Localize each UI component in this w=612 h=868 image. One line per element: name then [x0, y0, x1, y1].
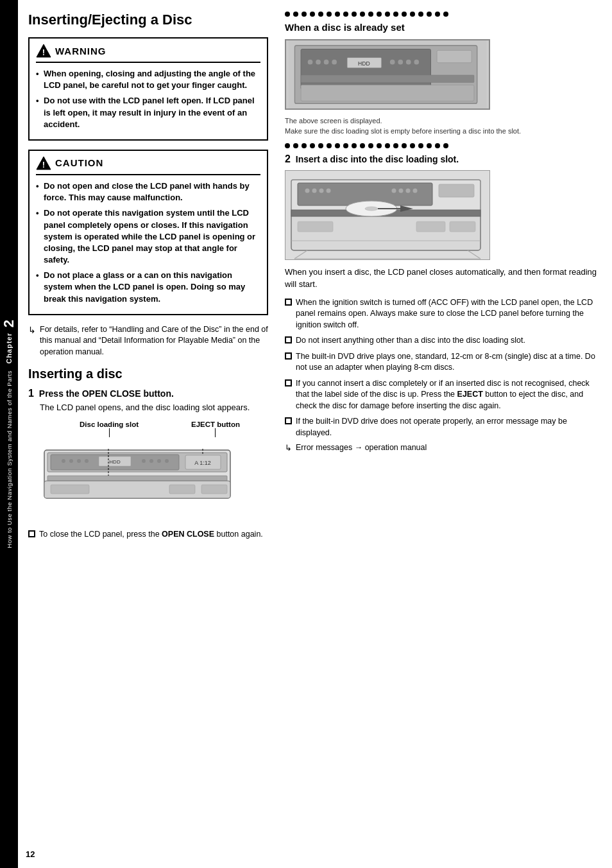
- step-2-header: 2 Insert a disc into the disc loading sl…: [285, 153, 600, 165]
- checkbox-icon-1: [28, 530, 35, 537]
- screen-image: HDD: [285, 39, 490, 110]
- top-dots-divider: [285, 12, 600, 17]
- svg-point-29: [308, 60, 313, 65]
- svg-point-52: [312, 188, 317, 193]
- svg-rect-21: [51, 485, 89, 494]
- svg-point-35: [390, 60, 395, 65]
- note-item-5: If the built-in DVD drive does not opera…: [285, 416, 600, 438]
- ref-arrow-icon: ↳: [28, 324, 36, 358]
- mid-dots-divider: [285, 143, 600, 148]
- ref-note-text: For details, refer to “Handling and Care…: [40, 324, 268, 358]
- notes-list: When the ignition switch is turned off (…: [285, 297, 600, 439]
- step-1-body: The LCD panel opens, and the disc loadin…: [40, 402, 268, 413]
- svg-rect-61: [450, 221, 475, 232]
- chapter-label: Chapter: [5, 333, 13, 364]
- warning-list: When opening, closing and adjusting the …: [36, 68, 260, 130]
- main-content: Inserting/Ejecting a Disc ! WARNING When…: [18, 0, 612, 868]
- checkbox-icon-note-1: [285, 299, 292, 306]
- svg-rect-60: [416, 221, 445, 232]
- step-2-title: Insert a disc into the disc loading slot…: [296, 154, 459, 164]
- svg-point-12: [85, 459, 89, 463]
- eject-btn-label: EJECT button: [191, 421, 240, 428]
- note-item-2: Do not insert anything other than a disc…: [285, 335, 600, 347]
- svg-point-47: [365, 207, 378, 211]
- note-text-5: If the built-in DVD drive does not opera…: [296, 416, 600, 438]
- page-title: Inserting/Ejecting a Disc: [28, 12, 268, 28]
- caution-item-3: Do not place a glass or a can on this na…: [36, 270, 260, 305]
- step-1-header: 1 Press the OPEN CLOSE button.: [28, 388, 268, 399]
- svg-text:HDD: HDD: [358, 60, 370, 67]
- final-ref-text: Error messages → operation manual: [296, 443, 427, 453]
- device-illustration: HDD A 1:12: [41, 437, 240, 521]
- checkbox-icon-note-2: [285, 336, 292, 343]
- svg-text:A 1:12: A 1:12: [194, 460, 211, 466]
- note-text-1: When the ignition switch is turned off (…: [296, 297, 600, 331]
- subsection-title-disc-set: When a disc is already set: [285, 22, 600, 33]
- svg-point-54: [327, 188, 331, 193]
- ref-note: ↳ For details, refer to “Handling and Ca…: [28, 324, 268, 358]
- note-item-3: The built-in DVD drive plays one, standa…: [285, 351, 600, 374]
- sidebar-long-text: How to Use the Navigation System and Nam…: [6, 370, 13, 548]
- svg-point-38: [414, 60, 419, 65]
- final-ref-arrow-icon: ↳: [285, 443, 292, 453]
- device-image-area: Disc loading slot EJECT button: [41, 421, 246, 523]
- svg-point-9: [62, 459, 65, 463]
- warning-triangle-icon: !: [36, 44, 51, 58]
- step-1-num: 1: [28, 388, 34, 399]
- warning-box: ! WARNING When opening, closing and adju…: [28, 37, 268, 141]
- caution-list: Do not open and close the LCD panel with…: [36, 180, 260, 305]
- svg-rect-39: [437, 50, 472, 62]
- right-column: When a disc is already set HDD: [278, 12, 600, 856]
- page-number: 12: [26, 849, 35, 859]
- caution-box: ! CAUTION Do not open and close the LCD …: [28, 150, 268, 315]
- svg-point-13: [142, 459, 146, 463]
- svg-point-10: [69, 459, 73, 463]
- svg-point-15: [157, 459, 161, 463]
- svg-point-57: [406, 188, 411, 193]
- warning-item-1: When opening, closing and adjusting the …: [36, 68, 260, 91]
- step-1: 1 Press the OPEN CLOSE button. The LCD p…: [28, 388, 268, 540]
- caution-item-2: Do not operate this navigation system un…: [36, 207, 260, 266]
- screen-description: The above screen is displayed. Make sure…: [285, 116, 600, 137]
- warning-title: WARNING: [55, 46, 106, 56]
- step-1-checkbox-note: To close the LCD panel, press the OPEN C…: [28, 529, 268, 541]
- checkbox-icon-note-4: [285, 379, 292, 386]
- checkbox-icon-note-3: [285, 352, 292, 360]
- left-column: Inserting/Ejecting a Disc ! WARNING When…: [28, 12, 278, 856]
- svg-rect-41: [301, 85, 474, 101]
- warning-item-2: Do not use with the LCD panel left open.…: [36, 95, 260, 130]
- svg-rect-59: [298, 221, 333, 232]
- caution-header: ! CAUTION: [36, 156, 260, 175]
- svg-point-51: [305, 188, 310, 193]
- note-text-2: Do not insert anything other than a disc…: [296, 335, 525, 347]
- svg-point-55: [392, 188, 396, 193]
- svg-point-31: [324, 60, 329, 65]
- section-title-inserting: Inserting a disc: [28, 367, 268, 381]
- svg-point-14: [149, 459, 153, 463]
- svg-point-53: [319, 188, 324, 193]
- caution-title: CAUTION: [55, 157, 103, 168]
- svg-rect-40: [301, 75, 474, 83]
- final-ref: ↳ Error messages → operation manual: [285, 443, 600, 453]
- note-item-1: When the ignition switch is turned off (…: [285, 297, 600, 331]
- svg-rect-22: [169, 485, 195, 494]
- svg-rect-19: [47, 476, 227, 481]
- svg-text:HDD: HDD: [109, 459, 121, 465]
- caution-triangle-icon: !: [36, 156, 51, 170]
- step-2-num: 2: [285, 153, 291, 164]
- svg-rect-23: [201, 485, 227, 494]
- svg-line-64: [468, 250, 480, 259]
- svg-point-37: [406, 60, 411, 65]
- svg-point-58: [413, 188, 418, 193]
- caution-item-1: Do not open and close the LCD panel with…: [36, 180, 260, 204]
- disc-device-image: [285, 170, 490, 260]
- svg-point-11: [77, 459, 81, 463]
- svg-rect-50: [439, 184, 474, 197]
- svg-point-16: [165, 459, 169, 463]
- step-1-title: Press the OPEN CLOSE button.: [39, 388, 174, 399]
- note-item-4: If you cannot insert a disc completely o…: [285, 378, 600, 412]
- svg-text:!: !: [42, 160, 45, 169]
- svg-point-36: [398, 60, 403, 65]
- disc-slot-label: Disc loading slot: [80, 421, 139, 428]
- note-text-4: If you cannot insert a disc completely o…: [296, 378, 600, 412]
